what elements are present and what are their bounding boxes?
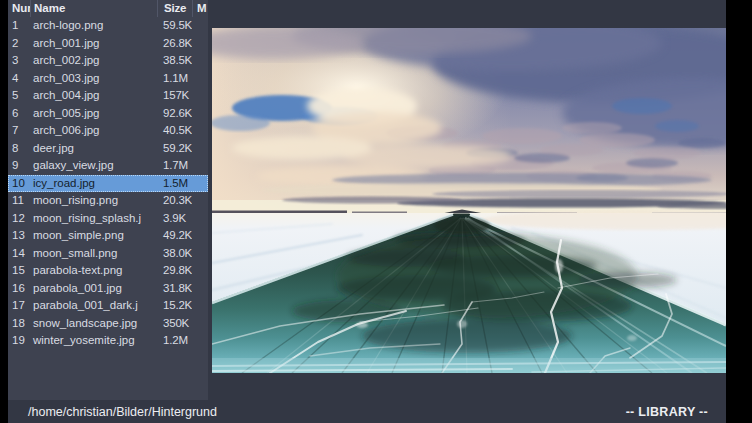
- cell-m: [192, 87, 208, 105]
- column-header-modified: M: [192, 0, 208, 17]
- table-row[interactable]: 7arch_006.jpg40.5K: [8, 122, 208, 140]
- cell-size: 38.5K: [157, 52, 192, 70]
- cell-m: [192, 227, 208, 245]
- cell-name: galaxy_view.jpg: [30, 157, 157, 175]
- cell-name: arch_006.jpg: [30, 122, 157, 140]
- cell-num: 13: [8, 227, 30, 245]
- cell-name: parabola_001.jpg: [30, 280, 157, 298]
- cell-m: [192, 210, 208, 228]
- cell-m: [192, 105, 208, 123]
- library-header: Num Name Size M: [8, 0, 208, 17]
- cell-num: 1: [8, 17, 30, 35]
- cell-name: arch_002.jpg: [30, 52, 157, 70]
- table-row[interactable]: 11moon_rising.png20.3K: [8, 192, 208, 210]
- cell-num: 8: [8, 140, 30, 158]
- cell-size: 15.2K: [157, 297, 192, 315]
- cell-size: 1.5M: [157, 175, 192, 193]
- cell-name: parabola-text.png: [30, 262, 157, 280]
- cell-num: 11: [8, 192, 30, 210]
- cell-num: 5: [8, 87, 30, 105]
- cell-num: 12: [8, 210, 30, 228]
- cell-num: 2: [8, 35, 30, 53]
- table-row[interactable]: 19winter_yosemite.jpg1.2M: [8, 332, 208, 350]
- cell-name: arch_003.jpg: [30, 70, 157, 88]
- table-row[interactable]: 6arch_005.jpg92.6K: [8, 105, 208, 123]
- cell-m: [192, 280, 208, 298]
- cell-size: 38.0K: [157, 245, 192, 263]
- library-panel: Num Name Size M 1arch-logo.png59.5K2arch…: [8, 0, 208, 400]
- table-row[interactable]: 5arch_004.jpg157K: [8, 87, 208, 105]
- cell-m: [192, 52, 208, 70]
- cell-m: [192, 245, 208, 263]
- cell-m: [192, 122, 208, 140]
- screen: Num Name Size M 1arch-logo.png59.5K2arch…: [0, 0, 752, 423]
- preview-pane: [208, 0, 726, 400]
- cell-name: parabola_001_dark.j: [30, 297, 157, 315]
- cell-size: 26.8K: [157, 35, 192, 53]
- cell-m: [192, 157, 208, 175]
- cell-m: [192, 297, 208, 315]
- cell-name: arch-logo.png: [30, 17, 157, 35]
- cell-num: 14: [8, 245, 30, 263]
- cell-name: arch_001.jpg: [30, 35, 157, 53]
- cell-name: icy_road.jpg: [30, 175, 157, 193]
- column-header-size: Size: [157, 0, 192, 17]
- cell-m: [192, 70, 208, 88]
- cell-m: [192, 175, 208, 193]
- table-row[interactable]: 1arch-logo.png59.5K: [8, 17, 208, 35]
- cell-name: moon_small.png: [30, 245, 157, 263]
- column-header-num: Num: [8, 0, 30, 17]
- status-bar: /home/christian/Bilder/Hintergrund -- LI…: [8, 400, 726, 423]
- cell-num: 6: [8, 105, 30, 123]
- cell-name: deer.jpg: [30, 140, 157, 158]
- table-row[interactable]: 18snow_landscape.jpg350K: [8, 315, 208, 333]
- cell-name: winter_yosemite.jpg: [30, 332, 157, 350]
- cell-num: 3: [8, 52, 30, 70]
- table-row[interactable]: 12moon_rising_splash.j3.9K: [8, 210, 208, 228]
- cell-num: 4: [8, 70, 30, 88]
- preview-image: [212, 28, 726, 373]
- cell-m: [192, 35, 208, 53]
- table-row[interactable]: 3arch_002.jpg38.5K: [8, 52, 208, 70]
- cell-name: moon_rising_splash.j: [30, 210, 157, 228]
- cell-name: snow_landscape.jpg: [30, 315, 157, 333]
- cell-name: arch_004.jpg: [30, 87, 157, 105]
- cell-size: 59.5K: [157, 17, 192, 35]
- cell-size: 49.2K: [157, 227, 192, 245]
- cell-m: [192, 17, 208, 35]
- column-header-name: Name: [30, 0, 157, 17]
- cell-num: 19: [8, 332, 30, 350]
- table-row[interactable]: 10icy_road.jpg1.5M: [8, 175, 208, 193]
- cell-num: 7: [8, 122, 30, 140]
- cell-size: 92.6K: [157, 105, 192, 123]
- cell-size: 1.1M: [157, 70, 192, 88]
- cell-size: 157K: [157, 87, 192, 105]
- cell-m: [192, 332, 208, 350]
- table-row[interactable]: 14moon_small.png38.0K: [8, 245, 208, 263]
- cell-size: 350K: [157, 315, 192, 333]
- cell-num: 17: [8, 297, 30, 315]
- table-row[interactable]: 9galaxy_view.jpg1.7M: [8, 157, 208, 175]
- cell-size: 59.2K: [157, 140, 192, 158]
- current-path: /home/christian/Bilder/Hintergrund: [28, 405, 217, 419]
- cell-num: 18: [8, 315, 30, 333]
- cell-name: moon_rising.png: [30, 192, 157, 210]
- table-row[interactable]: 8deer.jpg59.2K: [8, 140, 208, 158]
- cell-num: 9: [8, 157, 30, 175]
- cell-size: 1.2M: [157, 332, 192, 350]
- cell-name: moon_simple.png: [30, 227, 157, 245]
- cell-size: 3.9K: [157, 210, 192, 228]
- table-row[interactable]: 2arch_001.jpg26.8K: [8, 35, 208, 53]
- cell-m: [192, 140, 208, 158]
- cell-size: 40.5K: [157, 122, 192, 140]
- table-row[interactable]: 16parabola_001.jpg31.8K: [8, 280, 208, 298]
- app-window: Num Name Size M 1arch-logo.png59.5K2arch…: [8, 0, 726, 423]
- cell-num: 16: [8, 280, 30, 298]
- table-row[interactable]: 4arch_003.jpg1.1M: [8, 70, 208, 88]
- table-row[interactable]: 15parabola-text.png29.8K: [8, 262, 208, 280]
- mode-indicator: -- LIBRARY --: [626, 405, 708, 419]
- table-row[interactable]: 17parabola_001_dark.j15.2K: [8, 297, 208, 315]
- cell-size: 20.3K: [157, 192, 192, 210]
- table-row[interactable]: 13moon_simple.png49.2K: [8, 227, 208, 245]
- cell-m: [192, 262, 208, 280]
